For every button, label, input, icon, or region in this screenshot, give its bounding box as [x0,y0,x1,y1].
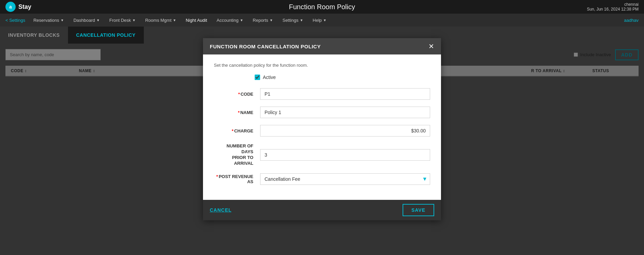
nav-username[interactable]: aadhav [621,18,641,23]
charge-label: *CHARGE [214,128,255,133]
app-name: Stay [18,3,31,11]
modal-subtitle: Set the cancellation policy for the func… [214,63,430,68]
post-revenue-label: *POST REVENUE AS [214,174,255,184]
chevron-down-icon: ▼ [323,18,326,22]
modal-body: Set the cancellation policy for the func… [203,54,441,200]
chevron-down-icon: ▼ [270,18,273,22]
code-row: *CODE [214,88,430,100]
nav-dashboard[interactable]: Dashboard ▼ [69,16,104,24]
active-row: Active [214,75,430,80]
chevron-down-icon: ▼ [132,18,136,22]
code-input[interactable] [260,88,430,100]
charge-input[interactable] [260,125,430,137]
modal-title: FUNCTION ROOM CANCELLATION POLICY [210,44,321,49]
top-right-info: chennai Sun, Jun 16, 2024 12:38 PM [587,2,639,12]
required-star: * [216,174,218,179]
page-title: Function Room Policy [289,3,355,11]
post-revenue-row: *POST REVENUE AS Cancellation Fee Room R… [214,173,430,185]
name-label: *NAME [214,110,255,115]
code-label: *CODE [214,92,255,97]
content-area: Include Inactive ADD CODE ↕ NAME ↕ R TO … [0,44,644,255]
cancel-button[interactable]: CANCEL [210,207,232,213]
name-row: *NAME [214,107,430,118]
save-button[interactable]: SAVE [403,204,434,216]
nav-bar: < Settings Reservations ▼ Dashboard ▼ Fr… [0,14,644,27]
chevron-down-icon: ▼ [300,18,303,22]
active-label: Active [263,75,276,80]
chevron-down-icon: ▼ [97,18,100,22]
required-star: * [238,92,240,97]
nav-roomsmgmt[interactable]: Rooms Mgmt ▼ [141,16,180,24]
logo-letter: a [9,4,12,10]
charge-row: *CHARGE [214,125,430,137]
days-row: NUMBER OF DAYS PRIOR TO ARRIVAL [214,143,430,166]
name-input[interactable] [260,107,430,118]
logo-area: a Stay [5,2,31,12]
modal-header: FUNCTION ROOM CANCELLATION POLICY ✕ [203,38,441,54]
active-checkbox[interactable] [255,75,260,80]
modal-overlay: FUNCTION ROOM CANCELLATION POLICY ✕ Set … [0,44,644,255]
settings-back-link[interactable]: < Settings [3,18,28,23]
nav-settings[interactable]: Settings ▼ [278,16,307,24]
modal-close-button[interactable]: ✕ [428,43,434,50]
tab-inventory-blocks[interactable]: INVENTORY BLOCKS [0,27,68,44]
chevron-down-icon: ▼ [240,18,243,22]
post-revenue-select[interactable]: Cancellation Fee Room Revenue Other Reve… [260,173,430,185]
chevron-down-icon: ▼ [173,18,176,22]
days-input[interactable] [260,149,430,161]
app-logo-icon: a [5,2,16,12]
modal-footer: CANCEL SAVE [203,200,441,220]
modal-dialog: FUNCTION ROOM CANCELLATION POLICY ✕ Set … [203,38,441,220]
nav-nightaudit[interactable]: Night Audit [182,16,211,24]
post-revenue-select-wrapper: Cancellation Fee Room Revenue Other Reve… [260,173,430,185]
tab-cancellation-policy[interactable]: CANCELLATION POLICY [68,27,144,44]
nav-reservations[interactable]: Reservations ▼ [29,16,68,24]
chevron-down-icon: ▼ [61,18,64,22]
required-star: * [232,128,234,133]
days-label: NUMBER OF DAYS PRIOR TO ARRIVAL [214,143,255,166]
datetime: Sun, Jun 16, 2024 12:38 PM [587,7,639,12]
nav-help[interactable]: Help ▼ [309,16,331,24]
nav-accounting[interactable]: Accounting ▼ [213,16,247,24]
required-star: * [238,110,240,115]
user-location: chennai [587,2,639,7]
nav-frontdesk[interactable]: Front Desk ▼ [105,16,139,24]
nav-reports[interactable]: Reports ▼ [249,16,277,24]
